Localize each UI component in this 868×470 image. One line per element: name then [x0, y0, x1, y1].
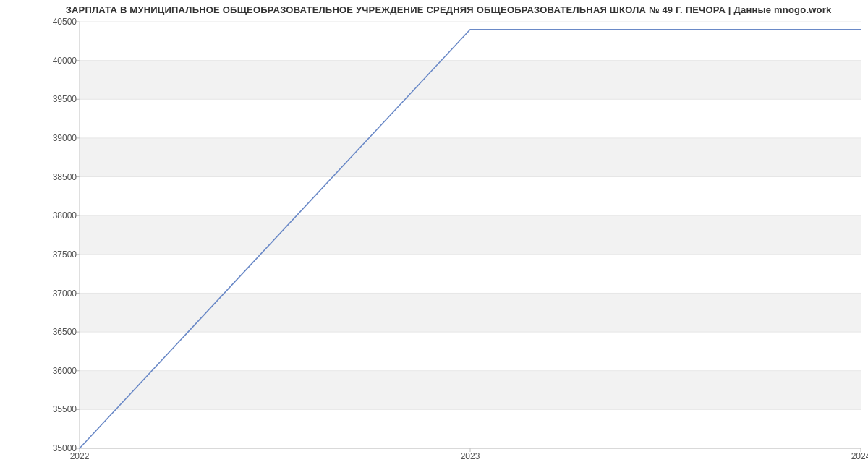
y-tick-label: 38000: [33, 210, 77, 221]
y-tick-label: 36000: [33, 366, 77, 376]
y-tick-label: 39000: [33, 133, 77, 143]
svg-rect-4: [80, 61, 861, 100]
y-tick-label: 39500: [33, 94, 77, 104]
y-tick-label: 35500: [33, 404, 77, 414]
plot-svg: [80, 22, 861, 448]
plot-area: [80, 22, 861, 448]
svg-rect-1: [80, 293, 861, 332]
y-tick-label: 36500: [33, 327, 77, 337]
y-tick-label: 38500: [33, 172, 77, 182]
svg-rect-0: [80, 371, 861, 410]
y-tick-label: 40000: [33, 56, 77, 66]
y-tick-label: 40500: [33, 17, 77, 27]
chart-container: ЗАРПЛАТА В МУНИЦИПАЛЬНОЕ ОБЩЕОБРАЗОВАТЕЛ…: [0, 0, 868, 470]
svg-rect-3: [80, 138, 861, 177]
x-tick-label: 2024: [851, 451, 868, 461]
chart-title: ЗАРПЛАТА В МУНИЦИПАЛЬНОЕ ОБЩЕОБРАЗОВАТЕЛ…: [36, 4, 861, 15]
x-tick-label: 2023: [461, 451, 480, 461]
x-tick-label: 2022: [70, 451, 90, 461]
y-tick-label: 37500: [33, 249, 77, 260]
y-tick-label: 37000: [33, 289, 77, 299]
svg-rect-2: [80, 215, 861, 255]
